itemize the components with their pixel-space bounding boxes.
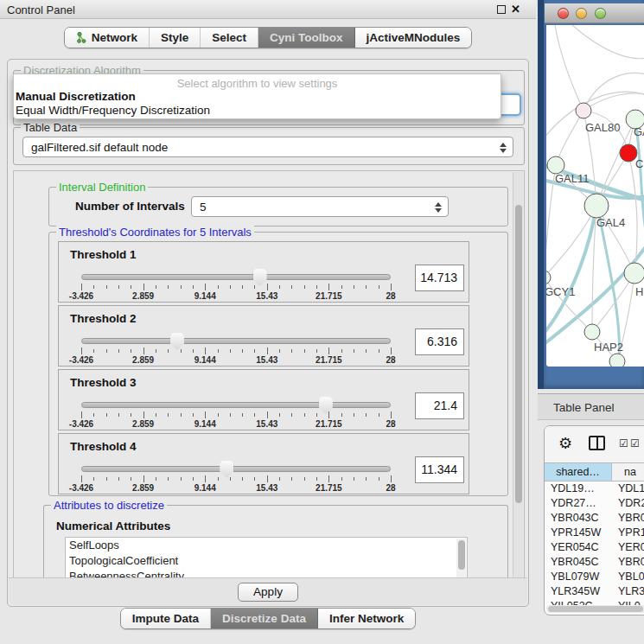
slider-tick — [218, 349, 219, 353]
dropdown-item-equal-width-frequency[interactable]: Equal Width/Frequency Discretization — [14, 104, 501, 118]
network-graph[interactable]: GAL80GACGAL11GAL4GCY1HHAP2 — [546, 25, 644, 367]
table-cell[interactable]: YPR145W — [545, 526, 612, 540]
network-node[interactable] — [624, 263, 644, 284]
slider-tick — [267, 411, 268, 418]
network-edge[interactable] — [572, 25, 644, 59]
network-canvas[interactable]: GAL80GACGAL11GAL4GCY1HHAP2 — [546, 25, 644, 367]
dropdown-item-manual-discretization[interactable]: Manual Discretization — [14, 90, 501, 104]
network-edge[interactable] — [583, 93, 644, 111]
network-node[interactable] — [546, 271, 551, 284]
column-header-name[interactable]: na — [612, 463, 644, 481]
network-node[interactable] — [609, 354, 625, 367]
table-panel-toolbar: ⚙ ☑ ☑ — [545, 426, 644, 462]
threshold-4-value-field[interactable]: 11.344 — [415, 456, 464, 483]
table-row[interactable]: YDR27…YDR2 — [545, 496, 644, 511]
table-cell[interactable]: YBL079W — [545, 570, 612, 584]
tab-select[interactable]: Select — [201, 28, 258, 48]
table-row[interactable]: YBR043CYBR0 — [545, 511, 644, 526]
traffic-light-zoom-icon[interactable] — [595, 8, 606, 19]
table-cell[interactable]: YLR3 — [612, 584, 644, 599]
slider-tick — [118, 477, 119, 481]
table-cell[interactable]: YBR043C — [545, 511, 612, 526]
gear-icon[interactable]: ⚙ — [558, 434, 572, 453]
slider-track[interactable] — [81, 466, 391, 472]
table-cell[interactable]: YLR345W — [545, 584, 612, 599]
split-view-icon[interactable] — [589, 436, 605, 450]
close-button[interactable]: ✕ — [511, 3, 520, 16]
tab-network[interactable]: Network — [65, 28, 150, 48]
table-cell[interactable]: YDR27… — [545, 496, 612, 511]
slider-tick — [106, 349, 107, 353]
tab-style[interactable]: Style — [150, 28, 201, 48]
table-row[interactable]: YER054CYER0 — [545, 540, 644, 555]
slider-tick — [143, 284, 144, 290]
table-cell[interactable]: YDL1 — [612, 481, 644, 496]
slider-tick — [328, 348, 329, 354]
table-cell[interactable]: YDR2 — [612, 496, 644, 511]
apply-button[interactable]: Apply — [238, 583, 298, 602]
network-node[interactable] — [620, 144, 637, 162]
slider-tick — [193, 285, 194, 289]
table-row[interactable]: YDL19…YDL1 — [545, 481, 644, 496]
slider-tick-labels: -3.4262.8599.14415.4321.71528 — [81, 355, 391, 366]
threshold-3-value-field[interactable]: 21.4 — [415, 392, 464, 419]
network-node[interactable] — [547, 156, 564, 174]
network-node[interactable] — [576, 103, 591, 118]
list-item-selfloops[interactable]: SelfLoops — [66, 538, 467, 553]
table-cell[interactable]: YPR1 — [612, 526, 644, 540]
column-header-shared-name[interactable]: shared… — [545, 463, 612, 481]
threshold-2-value-field[interactable]: 6.316 — [415, 328, 464, 355]
threshold-1-value-field[interactable]: 14.713 — [415, 265, 464, 291]
slider-track[interactable] — [81, 338, 391, 344]
tick-label: 15.43 — [256, 291, 277, 301]
tick-label: -3.426 — [69, 483, 93, 493]
tab-impute-data[interactable]: Impute Data — [121, 609, 211, 628]
network-edge[interactable] — [556, 111, 583, 165]
network-edge[interactable] — [555, 25, 583, 111]
traffic-light-minimize-icon[interactable] — [576, 8, 587, 19]
network-icon — [76, 32, 87, 43]
checkbox-select-icon[interactable]: ☑ — [619, 437, 628, 450]
tab-infer-network[interactable]: Infer Network — [318, 609, 415, 628]
tab-label: jActiveMNodules — [367, 31, 461, 44]
slider-tick — [267, 348, 268, 354]
number-of-intervals-combobox[interactable]: 5 — [191, 196, 449, 217]
network-node[interactable] — [584, 194, 609, 218]
slider-tick — [118, 285, 119, 289]
table-row[interactable]: YLR345WYLR3 — [545, 584, 644, 599]
table-cell[interactable]: YBR0 — [612, 511, 644, 526]
table-cell[interactable]: YBL0 — [612, 570, 644, 584]
tab-jactivemnodules[interactable]: jActiveMNodules — [355, 28, 472, 48]
slider-tick — [304, 285, 305, 289]
table-cell[interactable]: YER0 — [612, 540, 644, 555]
list-vertical-scrollbar[interactable] — [456, 539, 466, 578]
table-cell[interactable]: YBR0 — [612, 555, 644, 570]
list-item-topologicalcoefficient[interactable]: TopologicalCoefficient — [66, 553, 467, 569]
traffic-light-close-icon[interactable] — [558, 8, 569, 19]
vertical-scrollbar[interactable] — [513, 172, 523, 578]
slider-track[interactable] — [81, 274, 391, 280]
table-row[interactable]: YPR145WYPR1 — [545, 526, 644, 540]
interval-definition-group-title: Interval Definition — [56, 181, 148, 194]
table-cell[interactable]: YER054C — [545, 540, 612, 555]
slider-tick-labels: -3.4262.8599.14415.4321.71528 — [81, 419, 391, 430]
network-edge[interactable] — [628, 153, 637, 273]
table-cell[interactable]: YBR045C — [545, 555, 612, 570]
slider-tick — [242, 285, 243, 289]
table-cell[interactable]: YDL19… — [545, 481, 612, 496]
checkbox-select-icon[interactable]: ☑ — [630, 437, 640, 450]
numerical-attributes-list[interactable]: SelfLoops TopologicalCoefficient Between… — [65, 537, 468, 578]
tab-discretize-data[interactable]: Discretize Data — [211, 609, 318, 628]
tab-cyni-toolbox[interactable]: Cyni Toolbox — [258, 28, 355, 48]
float-window-button[interactable] — [497, 5, 506, 14]
network-node[interactable] — [584, 324, 600, 340]
table-row[interactable]: YBR045CYBR0 — [545, 555, 644, 570]
table-data-combobox[interactable]: galFiltered.sif default node — [22, 137, 513, 157]
slider-tick — [267, 475, 268, 482]
horizontal-scrollbar[interactable] — [546, 605, 644, 613]
slider-track[interactable] — [81, 402, 391, 408]
table-row[interactable]: YBL079WYBL0 — [545, 570, 644, 584]
algorithm-dropdown-popup: Select algorithm to view settings Manual… — [13, 73, 501, 119]
slider-tick — [328, 475, 329, 482]
slider-tick — [379, 413, 379, 417]
